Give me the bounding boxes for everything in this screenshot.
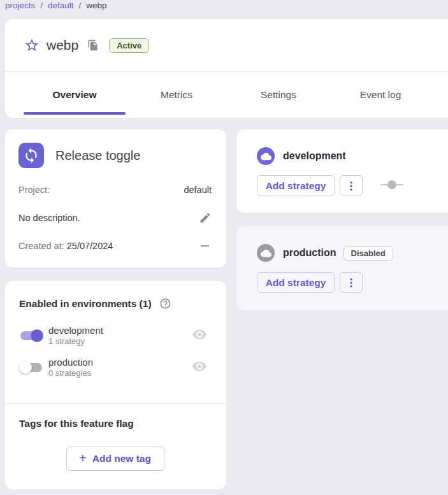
development-environment-panel: development Add strategy — [236, 129, 448, 213]
flag-header-row: webp Active — [5, 19, 448, 72]
flag-type-row: Release toggle — [18, 143, 212, 168]
flag-details-card: Release toggle Project: default No descr… — [5, 129, 226, 268]
environments-card: Enabled in environments (1) development … — [5, 281, 226, 489]
flag-header-card: webp Active Overview Metrics Settings Ev… — [5, 19, 448, 118]
description-row: No description. — [18, 212, 212, 224]
release-toggle-icon — [18, 143, 44, 168]
visibility-eye-icon[interactable] — [192, 327, 207, 345]
project-label: Project: — [18, 185, 50, 195]
tab-event-log[interactable]: Event log — [329, 89, 431, 101]
tab-bar: Overview Metrics Settings Event log — [5, 72, 448, 117]
created-value: 25/07/2024 — [67, 241, 113, 251]
plus-icon: + — [79, 452, 87, 464]
env-strategy-count: 1 strategy — [48, 336, 103, 346]
env-name: development — [48, 325, 103, 336]
breadcrumb-current: webp — [86, 1, 106, 10]
created-at: Created at: 25/07/2024 — [18, 241, 113, 251]
breadcrumb-separator: / — [40, 1, 43, 10]
environment-panel-name: development — [283, 150, 346, 162]
add-new-tag-button[interactable]: + Add new tag — [66, 447, 164, 471]
page: projects / default / webp webp Active Ov… — [0, 0, 448, 495]
visibility-eye-icon[interactable] — [192, 359, 207, 377]
breadcrumb-link-projects[interactable]: projects — [5, 1, 35, 10]
development-toggle[interactable] — [19, 329, 43, 343]
description-text: No description. — [18, 213, 80, 223]
env-row-development: development 1 strategy — [19, 325, 212, 346]
collapse-icon[interactable] — [201, 245, 212, 247]
status-badge: Active — [109, 38, 149, 53]
breadcrumb-link-default[interactable]: default — [48, 1, 74, 10]
environment-panel-name: production — [283, 247, 336, 259]
favorite-star-icon[interactable] — [24, 38, 40, 53]
project-value: default — [184, 185, 212, 195]
enabled-environments-section: Enabled in environments (1) development … — [5, 281, 226, 404]
flag-type-label: Release toggle — [55, 148, 140, 163]
env-row-production: production 0 strategies — [19, 357, 212, 378]
created-label: Created at: — [18, 241, 64, 251]
created-row: Created at: 25/07/2024 — [18, 241, 212, 251]
active-tab-indicator — [24, 112, 126, 115]
breadcrumb-separator: / — [79, 1, 82, 10]
help-icon[interactable] — [159, 298, 171, 310]
tab-metrics[interactable]: Metrics — [126, 89, 228, 101]
add-new-tag-label: Add new tag — [92, 453, 151, 464]
copy-icon[interactable] — [87, 39, 99, 51]
tab-overview[interactable]: Overview — [24, 89, 126, 101]
tags-title: Tags for this feature flag — [19, 418, 211, 429]
production-toggle[interactable] — [19, 361, 43, 375]
env-name: production — [48, 357, 93, 368]
environments-title: Enabled in environments (1) — [19, 298, 152, 310]
disabled-badge: Disabled — [343, 246, 393, 261]
breadcrumb: projects / default / webp — [5, 1, 107, 10]
cloud-environment-icon — [257, 244, 275, 262]
add-strategy-button[interactable]: Add strategy — [257, 175, 335, 196]
page-title: webp — [47, 38, 78, 53]
cloud-environment-icon — [257, 147, 275, 165]
env-strategy-count: 0 strategies — [48, 368, 93, 378]
tags-section: Tags for this feature flag + Add new tag — [5, 404, 226, 471]
strategy-node-icon — [379, 180, 405, 192]
add-strategy-button[interactable]: Add strategy — [257, 272, 335, 293]
more-options-kebab-button[interactable] — [340, 175, 363, 196]
tab-settings[interactable]: Settings — [228, 89, 329, 101]
edit-pencil-icon[interactable] — [199, 212, 212, 224]
project-row: Project: default — [18, 185, 212, 195]
production-environment-panel: production Disabled Add strategy — [236, 226, 448, 310]
more-options-kebab-button[interactable] — [340, 272, 363, 293]
